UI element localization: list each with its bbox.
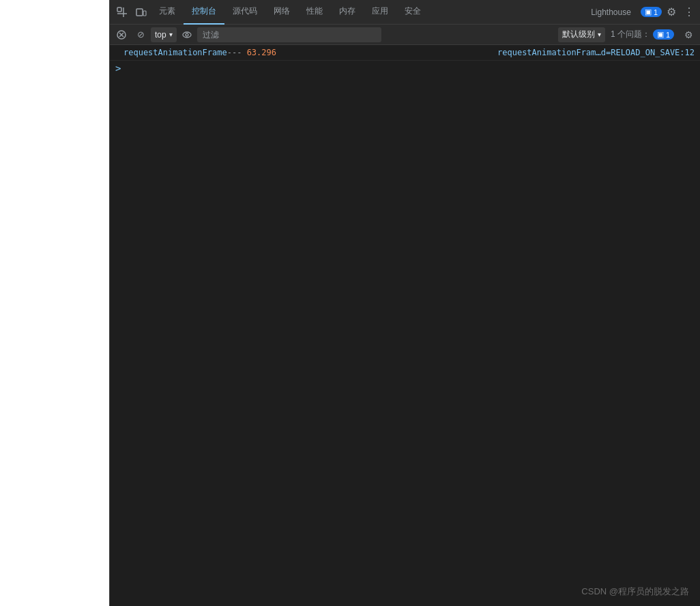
console-toolbar: ⊘ top ▾ 默认级别 ▾ 1 个问题： ▣ 1 ⚙	[110, 25, 700, 45]
tab-console[interactable]: 控制台	[184, 0, 224, 25]
console-number: 63.296	[247, 48, 276, 57]
inspect-element-icon[interactable]	[113, 3, 132, 22]
svg-point-9	[186, 33, 188, 36]
block-icon[interactable]: ⊘	[132, 26, 149, 44]
console-line-content: requestAnimationFrame--- 63.296	[123, 46, 492, 59]
issues-count-icon: ▣	[657, 30, 664, 39]
issues-badge-tab[interactable]: ▣ 1	[641, 7, 662, 17]
tab-performance[interactable]: 性能	[298, 0, 331, 25]
settings-gear-icon[interactable]: ⚙	[662, 3, 681, 22]
more-options-icon[interactable]: ⋮	[681, 3, 697, 22]
tab-sources[interactable]: 源代码	[224, 0, 265, 25]
tab-security[interactable]: 安全	[396, 0, 429, 25]
prompt-arrow-icon: >	[115, 62, 121, 74]
issues-count-badge[interactable]: ▣ 1	[653, 29, 674, 40]
tab-lighthouse[interactable]: Lighthouse	[584, 0, 638, 25]
devtools-panel: 元素 控制台 源代码 网络 性能 内存 应用 安全 Lighthouse ▣ 1	[110, 0, 700, 606]
console-file-link[interactable]: requestAnimationFram…d=RELOAD_ON_SAVE:12	[497, 46, 695, 59]
svg-point-8	[183, 32, 191, 38]
issues-badge-icon: ▣	[645, 8, 652, 16]
tab-elements[interactable]: 元素	[151, 0, 184, 25]
console-keyword: requestAnimationFrame	[123, 48, 227, 57]
console-separator: ---	[227, 48, 242, 57]
console-settings-icon[interactable]: ⚙	[680, 26, 697, 44]
tab-application[interactable]: 应用	[364, 0, 396, 25]
issues-count-area: 1 个问题： ▣ 1	[607, 29, 678, 40]
filter-input[interactable]	[197, 27, 382, 42]
eye-icon[interactable]	[178, 26, 196, 44]
svg-rect-0	[117, 8, 121, 12]
log-level-selector[interactable]: 默认级别 ▾	[558, 27, 605, 42]
device-toolbar-icon[interactable]	[132, 3, 151, 22]
console-output[interactable]: requestAnimationFrame--- 63.296 requestA…	[110, 45, 700, 606]
tab-network[interactable]: 网络	[265, 0, 298, 25]
browser-sidebar	[0, 0, 109, 606]
tab-bar: 元素 控制台 源代码 网络 性能 内存 应用 安全 Lighthouse ▣ 1	[110, 0, 700, 25]
svg-rect-4	[143, 11, 146, 16]
watermark-text: CSDN @程序员的脱发之路	[581, 586, 689, 598]
console-prompt-line[interactable]: >	[110, 61, 700, 76]
clear-console-icon[interactable]	[113, 26, 130, 44]
svg-rect-3	[136, 9, 143, 16]
tab-memory[interactable]: 内存	[331, 0, 364, 25]
console-log-line: requestAnimationFrame--- 63.296 requestA…	[110, 45, 700, 61]
context-selector[interactable]: top ▾	[151, 27, 177, 42]
